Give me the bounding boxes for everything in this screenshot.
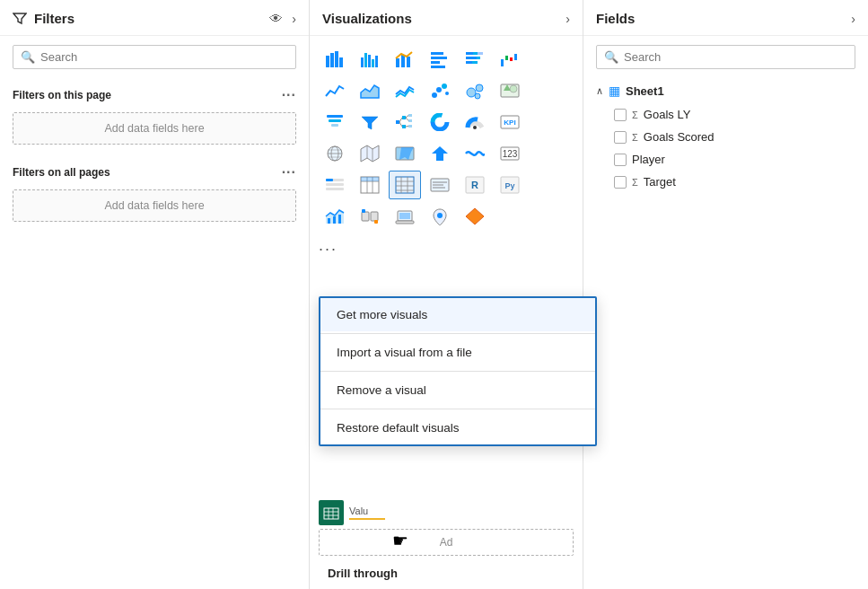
map-chart-icon[interactable] bbox=[494, 76, 526, 105]
svg-rect-96 bbox=[362, 212, 369, 221]
remove-visual-item[interactable]: Remove a visual bbox=[320, 374, 595, 407]
stacked-horizontal-icon[interactable] bbox=[459, 45, 491, 74]
globe-viz-icon[interactable] bbox=[319, 139, 351, 168]
stacked-bar-chart-icon[interactable] bbox=[319, 45, 351, 74]
donut-chart-icon[interactable] bbox=[424, 108, 456, 136]
fields-search-box[interactable]: 🔍 bbox=[596, 45, 855, 69]
svg-rect-101 bbox=[396, 221, 414, 224]
fields-search-input[interactable] bbox=[624, 50, 847, 64]
diamond-visual-icon[interactable] bbox=[459, 202, 491, 231]
dropdown-divider-3 bbox=[320, 409, 595, 409]
map2-viz-icon[interactable] bbox=[354, 139, 386, 168]
player-checkbox[interactable] bbox=[614, 154, 627, 166]
svg-point-54 bbox=[435, 118, 444, 127]
viz-chevron-right-icon[interactable]: › bbox=[566, 12, 570, 26]
filters-search-input[interactable] bbox=[40, 50, 288, 64]
table-viz2-icon[interactable] bbox=[354, 171, 386, 199]
svg-rect-72 bbox=[326, 179, 333, 181]
filters-on-page-add[interactable]: Add data fields here bbox=[13, 112, 296, 145]
svg-rect-94 bbox=[333, 216, 336, 224]
svg-rect-93 bbox=[328, 218, 330, 224]
bubble-chart-icon[interactable] bbox=[459, 76, 491, 105]
custom-visual-icon[interactable] bbox=[354, 202, 386, 231]
filter-viz-icon[interactable] bbox=[354, 108, 386, 136]
combo-chart-icon[interactable] bbox=[389, 45, 421, 74]
svg-rect-105 bbox=[324, 508, 338, 519]
field-item-goals-scored[interactable]: Σ Goals Scored bbox=[583, 126, 868, 148]
line-area-combo-icon[interactable] bbox=[319, 202, 351, 231]
laptop-visual-icon[interactable] bbox=[389, 202, 421, 231]
svg-rect-23 bbox=[501, 59, 504, 66]
field-item-player[interactable]: Player bbox=[583, 148, 868, 171]
viz-value-label-area: Valu bbox=[349, 505, 385, 520]
filters-title: Filters bbox=[13, 11, 75, 26]
restore-defaults-item[interactable]: Restore default visuals bbox=[320, 411, 595, 444]
r-visual-icon[interactable]: R bbox=[459, 171, 491, 199]
svg-point-28 bbox=[432, 92, 437, 98]
chevron-right-icon[interactable]: › bbox=[292, 12, 296, 26]
goals-scored-label: Goals Scored bbox=[644, 130, 715, 144]
gauge-chart-icon[interactable] bbox=[459, 108, 491, 136]
filters-on-all-options[interactable]: ··· bbox=[282, 164, 296, 180]
more-options-dots[interactable]: ··· bbox=[319, 240, 338, 259]
choropleth-icon[interactable] bbox=[389, 139, 421, 168]
filters-on-all-add[interactable]: Add data fields here bbox=[13, 189, 296, 222]
number-card-icon[interactable]: 123 bbox=[494, 139, 526, 168]
target-checkbox[interactable] bbox=[614, 176, 627, 189]
scatter-chart-icon[interactable] bbox=[424, 76, 456, 105]
svg-text:KPI: KPI bbox=[504, 119, 515, 127]
svg-rect-77 bbox=[361, 177, 379, 181]
pin-visual-icon[interactable] bbox=[424, 202, 456, 231]
svg-rect-3 bbox=[339, 57, 343, 67]
goals-scored-checkbox[interactable] bbox=[614, 131, 627, 144]
svg-text:Py: Py bbox=[504, 181, 514, 190]
python-visual-icon[interactable]: Py bbox=[494, 171, 526, 199]
card-viz-icon[interactable]: KPI bbox=[494, 108, 526, 136]
svg-rect-71 bbox=[326, 188, 344, 190]
svg-rect-42 bbox=[402, 116, 406, 119]
svg-rect-15 bbox=[431, 66, 445, 68]
import-visual-item[interactable]: Import a visual from a file bbox=[320, 336, 595, 369]
area-chart-icon[interactable] bbox=[354, 76, 386, 105]
goals-scored-sigma-icon: Σ bbox=[632, 132, 638, 143]
eye-icon[interactable]: 👁 bbox=[269, 11, 283, 26]
funnel-chart-icon[interactable] bbox=[319, 108, 351, 136]
smart-narrative-icon[interactable] bbox=[424, 171, 456, 199]
slicer-viz-icon[interactable] bbox=[319, 171, 351, 199]
drill-through-label: Drill through bbox=[319, 559, 574, 584]
viz-dropdown-menu: Get more visuals Import a visual from a … bbox=[319, 296, 597, 446]
filters-search-box[interactable]: 🔍 bbox=[13, 45, 296, 69]
wave-viz-icon[interactable] bbox=[459, 139, 491, 168]
filters-on-page-options[interactable]: ··· bbox=[282, 87, 296, 103]
field-item-goals-ly[interactable]: Σ Goals LY bbox=[583, 103, 868, 126]
clustered-bar-icon[interactable] bbox=[354, 45, 386, 74]
field-item-target[interactable]: Σ Target bbox=[583, 171, 868, 193]
svg-rect-17 bbox=[473, 52, 478, 55]
table-icon: ▦ bbox=[609, 84, 620, 98]
fields-title: Fields bbox=[596, 11, 635, 26]
filters-header: Filters 👁 › bbox=[0, 0, 309, 36]
sheet1-row[interactable]: ∧ ▦ Sheet1 bbox=[583, 78, 868, 103]
horizontal-bar-icon[interactable] bbox=[424, 45, 456, 74]
arrow-viz-icon[interactable] bbox=[424, 139, 456, 168]
viz-active-icon bbox=[319, 500, 344, 525]
svg-rect-4 bbox=[361, 57, 364, 67]
line-chart-icon[interactable] bbox=[319, 76, 351, 105]
get-more-visuals-item[interactable]: Get more visuals bbox=[320, 298, 595, 331]
viz-value-bar bbox=[349, 518, 385, 520]
dropdown-divider-2 bbox=[320, 371, 595, 372]
svg-marker-27 bbox=[361, 85, 379, 98]
decomp-tree-icon[interactable] bbox=[389, 108, 421, 136]
svg-rect-2 bbox=[335, 51, 338, 67]
ribbon-chart-icon[interactable] bbox=[389, 76, 421, 105]
goals-ly-checkbox[interactable] bbox=[614, 109, 627, 121]
viz-add-box[interactable]: Ad bbox=[319, 529, 574, 556]
svg-rect-26 bbox=[514, 54, 517, 60]
matrix-viz-icon[interactable] bbox=[389, 171, 421, 199]
svg-rect-19 bbox=[466, 57, 477, 59]
waterfall-chart-icon[interactable] bbox=[494, 45, 526, 74]
svg-rect-13 bbox=[431, 57, 447, 59]
svg-rect-12 bbox=[431, 52, 443, 55]
fields-chevron-right-icon[interactable]: › bbox=[851, 12, 855, 26]
svg-rect-16 bbox=[466, 52, 473, 55]
